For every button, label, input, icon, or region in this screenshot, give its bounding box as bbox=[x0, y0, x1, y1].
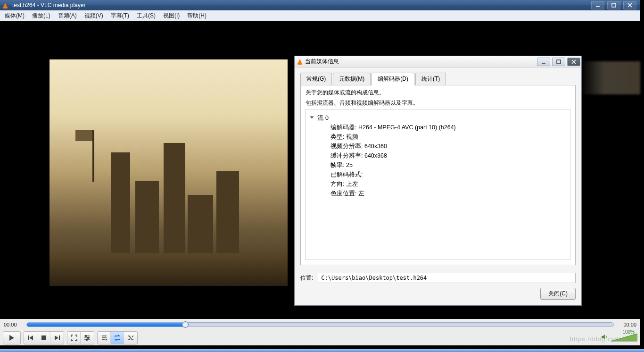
stop-button[interactable] bbox=[37, 332, 50, 344]
location-row: 位置: bbox=[300, 273, 576, 283]
svg-point-14 bbox=[88, 337, 89, 339]
menu-audio[interactable]: 音频(A) bbox=[54, 11, 81, 21]
dialog-titlebar: 当前媒体信息 bbox=[295, 56, 581, 67]
menu-help[interactable]: 帮助(H) bbox=[183, 11, 210, 21]
svg-point-13 bbox=[85, 335, 87, 337]
video-edge-blur bbox=[580, 61, 640, 94]
media-info-dialog: 当前媒体信息 常规(G) 元数据(M) 编解码器(D) 统计(T) 关于您的媒体… bbox=[294, 56, 582, 306]
speaker-icon[interactable] bbox=[601, 333, 608, 343]
codec-tree[interactable]: 流 0 编解码器: H264 - MPEG-4 AVC (part 10) (h… bbox=[305, 109, 570, 260]
menu-subtitle[interactable]: 字幕(T) bbox=[107, 11, 133, 21]
main-window-title: test.h264 - VLC media player bbox=[12, 2, 590, 8]
tab-content-codec: 关于您的媒体或流的构成信息。 包括混流器、音频和视频编解码器以及字幕。 流 0 … bbox=[300, 85, 576, 265]
dialog-close-action-button[interactable]: 关闭(C) bbox=[540, 288, 576, 300]
time-total: 00:00 bbox=[618, 322, 636, 327]
kv-decoded: 已解码格式: bbox=[330, 170, 565, 179]
kv-orientation: 方向: 上左 bbox=[330, 179, 565, 189]
next-button[interactable] bbox=[50, 332, 64, 344]
location-field[interactable] bbox=[318, 273, 576, 283]
svg-rect-5 bbox=[28, 335, 29, 340]
tab-metadata[interactable]: 元数据(M) bbox=[333, 73, 371, 85]
ext-settings-button[interactable] bbox=[81, 332, 94, 344]
codec-desc-1: 关于您的媒体或流的构成信息。 bbox=[305, 88, 570, 97]
svg-rect-9 bbox=[59, 335, 60, 340]
tab-stats[interactable]: 统计(T) bbox=[415, 73, 446, 85]
stream-header-label: 流 0 bbox=[317, 115, 328, 121]
volume-percent: 100% bbox=[622, 329, 635, 335]
kv-buffer-res: 缓冲分辨率: 640x368 bbox=[330, 151, 565, 160]
kv-codec: 编解码器: H264 - MPEG-4 AVC (part 10) (h264) bbox=[330, 123, 565, 132]
svg-marker-4 bbox=[9, 335, 14, 341]
menu-tools[interactable]: 工具(S) bbox=[133, 11, 159, 21]
minimize-button[interactable] bbox=[591, 1, 604, 9]
dialog-close-button[interactable] bbox=[567, 58, 580, 66]
svg-marker-6 bbox=[29, 335, 33, 340]
volume-area: 100% bbox=[601, 333, 637, 343]
control-bar: 100% bbox=[0, 330, 640, 345]
menu-media[interactable]: 媒体(M) bbox=[1, 11, 28, 21]
taskbar-sliver bbox=[0, 349, 644, 352]
svg-marker-20 bbox=[602, 335, 605, 339]
vlc-cone-icon bbox=[3, 2, 9, 8]
time-elapsed: 00:00 bbox=[4, 322, 23, 327]
vlc-cone-icon bbox=[297, 59, 302, 64]
prev-button[interactable] bbox=[24, 332, 37, 344]
tab-codec[interactable]: 编解码器(D) bbox=[372, 73, 414, 85]
seek-row: 00:00 00:00 bbox=[0, 319, 640, 330]
dialog-maximize-button[interactable] bbox=[552, 58, 565, 66]
location-label: 位置: bbox=[300, 274, 313, 282]
maximize-button[interactable] bbox=[607, 1, 620, 9]
kv-fps: 帧率: 25 bbox=[330, 160, 565, 170]
shuffle-button[interactable] bbox=[124, 332, 137, 344]
menu-video[interactable]: 视频(V) bbox=[81, 11, 107, 21]
seek-slider[interactable] bbox=[26, 322, 614, 327]
dialog-title: 当前媒体信息 bbox=[305, 58, 536, 66]
play-button[interactable] bbox=[3, 332, 20, 344]
codec-desc-2: 包括混流器、音频和视频编解码器以及字幕。 bbox=[305, 99, 570, 107]
dialog-minimize-button[interactable] bbox=[537, 58, 550, 66]
main-titlebar: test.h264 - VLC media player bbox=[0, 0, 640, 10]
menubar: 媒体(M) 播放(L) 音频(A) 视频(V) 字幕(T) 工具(S) 视图(I… bbox=[0, 10, 640, 21]
volume-slider[interactable]: 100% bbox=[611, 334, 637, 342]
video-frame bbox=[50, 59, 288, 286]
fullscreen-button[interactable] bbox=[67, 332, 81, 344]
svg-marker-8 bbox=[55, 335, 58, 340]
svg-rect-23 bbox=[557, 60, 561, 64]
kv-type: 类型: 视频 bbox=[330, 132, 565, 142]
svg-marker-21 bbox=[611, 334, 637, 341]
tree-stream-header[interactable]: 流 0 bbox=[311, 113, 565, 123]
svg-rect-7 bbox=[41, 335, 46, 340]
menu-playback[interactable]: 播放(L) bbox=[28, 11, 54, 21]
dialog-tabstrip: 常规(G) 元数据(M) 编解码器(D) 统计(T) bbox=[300, 73, 576, 85]
kv-chroma: 色度位置: 左 bbox=[330, 189, 565, 198]
svg-rect-1 bbox=[612, 3, 616, 7]
tab-general[interactable]: 常规(G) bbox=[300, 73, 332, 85]
tree-expand-icon[interactable] bbox=[310, 117, 314, 119]
playlist-button[interactable] bbox=[98, 332, 111, 344]
loop-button[interactable] bbox=[111, 332, 124, 344]
svg-marker-19 bbox=[106, 339, 107, 341]
svg-point-15 bbox=[86, 339, 88, 341]
menu-view[interactable]: 视图(I) bbox=[159, 11, 183, 21]
kv-video-res: 视频分辨率: 640x360 bbox=[330, 142, 565, 151]
close-button[interactable] bbox=[623, 1, 636, 9]
